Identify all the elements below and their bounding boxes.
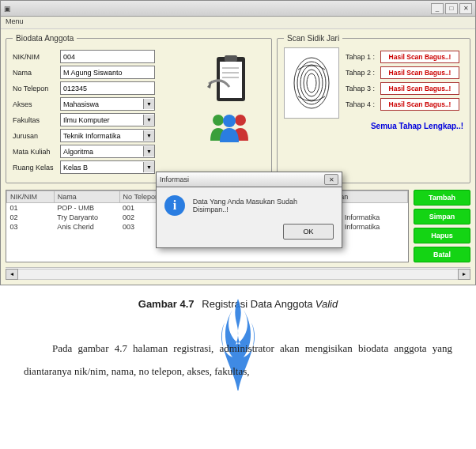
scan-step-label: Tahap 4 : <box>346 100 380 108</box>
svg-rect-2 <box>225 55 237 62</box>
simpan-button[interactable]: Simpan <box>414 209 470 224</box>
horizontal-scrollbar[interactable]: ◂ ▸ <box>6 267 470 280</box>
akses-label: Akses <box>13 100 60 108</box>
tel-label: No Telepon <box>13 85 60 92</box>
scroll-right-icon[interactable]: ▸ <box>458 269 470 280</box>
mk-label: Mata Kuliah <box>13 148 60 156</box>
nik-label: NIK/NIM <box>13 53 60 61</box>
mk-value: Algoritma <box>63 148 93 156</box>
scan-group: Scan Sidik Jari <box>277 34 470 183</box>
document-body: Gambar 4.7 Registrasi Data Anggota Valid… <box>0 285 476 391</box>
biodata-group: Biodata Anggota NIK/NIM Nama No Telepon … <box>6 34 272 183</box>
scan-step-result: Hasil Scan Bagus..! <box>380 66 459 79</box>
tel-input[interactable] <box>60 81 155 95</box>
maximize-button[interactable]: □ <box>445 3 458 14</box>
svg-point-6 <box>213 115 224 126</box>
nama-label: Nama <box>13 69 60 77</box>
rk-combo[interactable]: Kelas B▼ <box>60 160 155 174</box>
scan-step-label: Tahap 3 : <box>346 85 380 92</box>
fakultas-combo[interactable]: Ilmu Komputer▼ <box>60 113 155 126</box>
svg-rect-1 <box>220 62 242 98</box>
svg-point-10 <box>297 62 326 104</box>
scan-legend: Scan Sidik Jari <box>284 34 342 43</box>
close-button[interactable]: ✕ <box>459 3 472 14</box>
caption-italic: Valid <box>315 298 338 310</box>
titlebar-icon: ▣ <box>4 5 11 13</box>
info-icon: i <box>164 195 185 216</box>
dialog-titlebar[interactable]: Informasi ✕ <box>156 172 342 187</box>
menu-bar[interactable]: Menu <box>1 17 475 29</box>
col-header[interactable]: NIK/NIM <box>7 191 55 203</box>
jurusan-value: Teknik Informatika <box>63 132 121 140</box>
scan-step-label: Tahap 1 : <box>346 53 380 61</box>
tambah-button[interactable]: Tambah <box>414 190 470 206</box>
scroll-track[interactable] <box>18 269 458 280</box>
people-icon <box>206 111 253 142</box>
minimize-button[interactable]: _ <box>431 3 444 14</box>
app-window: ▣ _ □ ✕ Menu Biodata Anggota NIK/NIM Nam… <box>0 0 476 285</box>
biodata-legend: Biodata Anggota <box>13 34 77 43</box>
rk-value: Kelas B <box>63 164 88 172</box>
fakultas-label: Fakultas <box>13 116 60 124</box>
ok-button[interactable]: OK <box>283 224 334 240</box>
scan-complete-text: Semua Tahap Lengkap..! <box>284 122 463 130</box>
mk-combo[interactable]: Algoritma▼ <box>60 145 155 158</box>
clipboard-icon <box>206 52 253 108</box>
akses-value: Mahasiswa <box>63 100 99 108</box>
fakultas-value: Ilmu Komputer <box>63 116 110 124</box>
col-header[interactable]: Nama <box>54 191 119 203</box>
jurusan-label: Jurusan <box>13 132 60 140</box>
dialog-close-button[interactable]: ✕ <box>324 174 338 185</box>
scan-step-result: Hasil Scan Bagus..! <box>380 51 459 63</box>
nik-input[interactable] <box>60 50 155 63</box>
info-dialog: Informasi ✕ i Data Yang Anda Masukan Sud… <box>156 172 342 248</box>
fingerprint-icon <box>290 54 333 112</box>
chevron-down-icon: ▼ <box>143 130 154 141</box>
scan-step-label: Tahap 2 : <box>346 69 380 77</box>
scan-step-result: Hasil Scan Bagus..! <box>380 98 459 111</box>
fingerprint-preview <box>284 47 339 119</box>
hapus-button[interactable]: Hapus <box>414 228 470 243</box>
chevron-down-icon: ▼ <box>143 115 154 125</box>
svg-point-13 <box>307 74 316 92</box>
scroll-left-icon[interactable]: ◂ <box>6 269 18 280</box>
nama-input[interactable] <box>60 66 155 79</box>
paragraph-text: Pada gambar 4.7 halaman registrasi, admi… <box>24 338 452 383</box>
svg-point-8 <box>223 115 236 127</box>
dialog-message: Data Yang Anda Masukan Sudah Disimpan..! <box>193 198 334 213</box>
jurusan-combo[interactable]: Teknik Informatika▼ <box>60 129 155 142</box>
content-area: Biodata Anggota NIK/NIM Nama No Telepon … <box>1 29 475 285</box>
rk-label: Ruang Kelas <box>13 164 60 172</box>
chevron-down-icon: ▼ <box>143 99 154 109</box>
titlebar: ▣ _ □ ✕ <box>1 1 475 17</box>
svg-point-7 <box>235 115 246 126</box>
scan-step-result: Hasil Scan Bagus..! <box>380 82 459 95</box>
batal-button[interactable]: Batal <box>414 247 470 262</box>
caption-label: Gambar 4.7 <box>138 298 195 310</box>
akses-combo[interactable]: Mahasiswa▼ <box>60 97 155 111</box>
chevron-down-icon: ▼ <box>143 146 154 157</box>
caption-text: Registrasi Data Anggota <box>202 298 312 310</box>
dialog-title: Informasi <box>160 175 189 183</box>
chevron-down-icon: ▼ <box>143 162 154 172</box>
